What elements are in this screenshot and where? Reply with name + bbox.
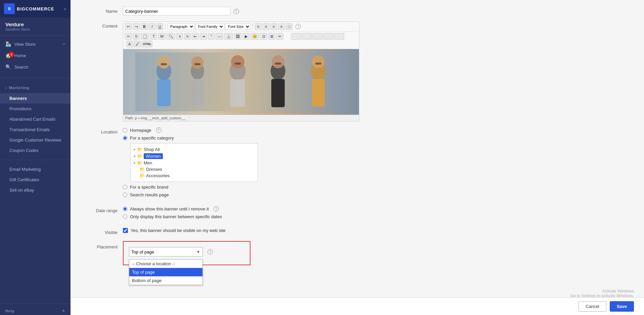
location-category-radio[interactable] (123, 136, 127, 140)
location-label: Location (84, 127, 118, 134)
bold-button[interactable]: B (141, 23, 148, 30)
paste-word-button[interactable]: W (158, 33, 166, 40)
sidebar-item-gift-certificates[interactable]: Gift Certificates (0, 174, 71, 185)
location-brand-label[interactable]: For a specific brand (123, 185, 359, 190)
indent-button[interactable]: ⇥ (200, 33, 207, 40)
men-label[interactable]: Men (144, 160, 152, 165)
tree-item-shop-all[interactable]: + 📁 Shop All (133, 146, 255, 153)
sidebar-item-transactional[interactable]: Transactional Emails (0, 124, 71, 135)
font-size-select[interactable]: Font Size (225, 23, 250, 30)
emoticon-button[interactable]: 😊 (250, 33, 259, 40)
font-family-select[interactable]: Font Family (195, 23, 224, 30)
italic-button[interactable]: I (149, 23, 155, 30)
tree-item-women[interactable]: + 📁 Women (133, 153, 255, 160)
align-left-button[interactable]: ≡ (255, 23, 262, 30)
media-button[interactable]: ▶ (243, 33, 249, 40)
shop-all-label[interactable]: Shop All (144, 147, 160, 152)
paste-text-button[interactable]: T (150, 33, 157, 40)
expand-shop-all-icon[interactable]: + (133, 147, 136, 152)
sidebar-item-promotions[interactable]: Promotions (0, 104, 71, 114)
image-button[interactable]: 🖼 (234, 33, 242, 40)
format2-button[interactable] (302, 33, 312, 40)
placement-help-icon[interactable]: ? (208, 249, 213, 254)
location-homepage-label[interactable]: Homepage ? (123, 127, 359, 133)
undo-button[interactable]: ↩ (125, 23, 132, 30)
sidebar-item-search[interactable]: 🔍 Search (0, 61, 71, 73)
always-show-label[interactable]: Always show this banner until I remove i… (123, 206, 359, 211)
location-search-radio[interactable] (123, 193, 127, 197)
highlight-button[interactable]: 🖊 (134, 41, 141, 47)
sidebar-item-abandoned-cart[interactable]: Abandoned Cart Emails (0, 114, 71, 124)
find-replace-button[interactable]: 🔍 (167, 33, 175, 40)
sidebar-item-email-marketing[interactable]: Email Marketing (0, 164, 71, 174)
always-show-radio[interactable] (123, 207, 127, 211)
location-homepage-radio[interactable] (123, 128, 127, 132)
location-category-label[interactable]: For a specific category (123, 135, 359, 141)
search-label: Search (14, 65, 28, 70)
align-right-button[interactable]: ≡ (270, 23, 277, 30)
placement-label: Placement (84, 241, 118, 249)
name-input[interactable] (123, 7, 230, 15)
collapse-sidebar-button[interactable]: « (64, 6, 66, 11)
save-button[interactable]: Save (610, 301, 634, 312)
visible-checkbox-label[interactable]: Yes, this banner should be visible on my… (123, 228, 359, 233)
anchor-button[interactable]: ⚓ (224, 33, 233, 40)
expand-women-icon[interactable]: + (133, 154, 136, 159)
visible-checkbox[interactable] (123, 228, 128, 233)
paragraph-select[interactable]: Paragraph (168, 23, 194, 30)
accessories-label[interactable]: Accessories (146, 173, 170, 178)
name-help-icon[interactable]: ? (234, 9, 239, 14)
sidebar-item-google-reviews[interactable]: Google Customer Reviews (0, 135, 71, 145)
block-quote-button[interactable]: " (208, 33, 215, 40)
arrow-left-icon: ‹ (5, 86, 7, 90)
cut-button[interactable]: ✂ (125, 33, 132, 40)
copy-button[interactable]: ⎘ (133, 33, 140, 40)
format1-button[interactable] (291, 33, 301, 40)
align-justify-button[interactable]: ≡ (278, 23, 285, 30)
sidebar-item-sell-on-ebay[interactable]: Sell on eBay (0, 185, 71, 195)
underline-button[interactable]: U (156, 23, 163, 30)
html-button[interactable]: HTML (142, 41, 152, 47)
cancel-button[interactable]: Cancel (579, 301, 606, 312)
sidebar-item-home[interactable]: 🏠 9 Home (0, 50, 71, 61)
location-brand-radio[interactable] (123, 185, 127, 189)
more-button[interactable]: □ (286, 23, 292, 30)
format5-button[interactable] (334, 33, 344, 40)
dropdown-choose-option[interactable]: -- Choose a location -- (129, 260, 202, 268)
unordered-list-button[interactable]: ≡ (176, 33, 183, 40)
expand-men-icon[interactable]: + (133, 161, 136, 165)
tree-item-men[interactable]: + 📁 Men (133, 160, 255, 166)
format3-button[interactable] (313, 33, 323, 40)
help-section[interactable]: Help ∧ (0, 304, 71, 315)
specific-dates-radio[interactable] (123, 214, 127, 219)
dropdown-top-option[interactable]: Top of page (129, 268, 202, 276)
hr-button[interactable]: — (216, 33, 223, 40)
color-button[interactable]: A (126, 41, 133, 47)
location-search-label[interactable]: Search results page (123, 192, 359, 197)
char-button[interactable]: Ω (260, 33, 267, 40)
format4-button[interactable] (323, 33, 333, 40)
sidebar-item-banners[interactable]: Banners (0, 93, 71, 104)
tree-item-dresses[interactable]: 📁 Dresses (133, 166, 255, 172)
align-center-button[interactable]: ≡ (263, 23, 269, 30)
transactional-label: Transactional Emails (9, 127, 50, 132)
specific-dates-label[interactable]: Only display this banner between specifi… (123, 214, 359, 219)
edit-button[interactable]: ✏ (276, 33, 283, 40)
svg-point-15 (312, 55, 325, 68)
sidebar-item-coupon-codes[interactable]: Coupon Codes (0, 145, 71, 156)
redo-button[interactable]: ↪ (133, 23, 140, 30)
table-button[interactable]: ⊞ (268, 33, 275, 40)
outdent-button[interactable]: ⇤ (192, 33, 199, 40)
sidebar-item-view-store[interactable]: 🏪 View Store ↗ (0, 38, 71, 50)
ordered-list-button[interactable]: ≡ (184, 33, 191, 40)
marketing-section-header[interactable]: ‹ Marketing (0, 81, 71, 92)
dresses-label[interactable]: Dresses (146, 167, 162, 172)
editor-help-icon[interactable]: ? (295, 24, 301, 29)
dropdown-bottom-option[interactable]: Bottom of page (129, 276, 202, 285)
location-help-icon[interactable]: ? (156, 127, 162, 133)
placement-select[interactable]: -- Choose a location -- Top of page Bott… (129, 247, 203, 257)
tree-item-accessories[interactable]: 📁 Accessories (133, 172, 255, 179)
women-label[interactable]: Women (144, 153, 163, 159)
paste-button[interactable]: 📋 (141, 33, 149, 40)
date-help-icon[interactable]: ? (214, 206, 219, 211)
